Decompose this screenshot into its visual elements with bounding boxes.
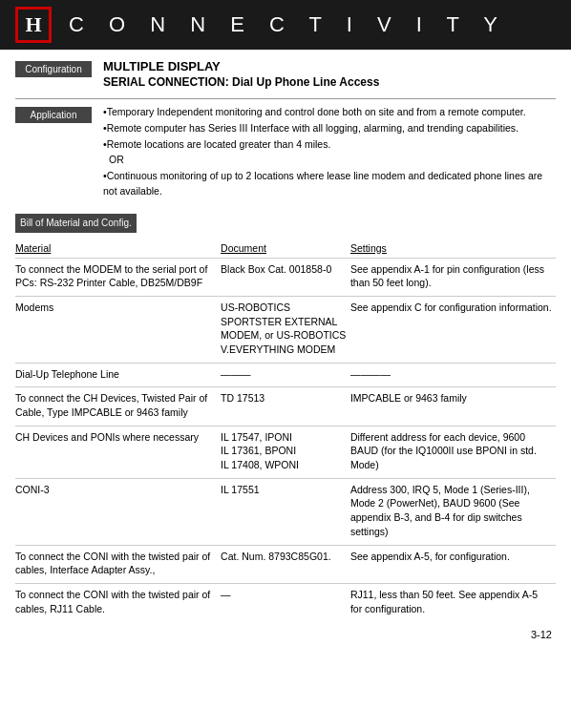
application-text: •Temporary Independent monitoring and co…: [103, 105, 556, 200]
cell-material: CONI-3: [15, 478, 221, 545]
cell-material: CH Devices and PONIs where necessary: [15, 426, 221, 478]
cell-settings: See appendix C for configuration informa…: [350, 296, 556, 363]
cell-settings: Address 300, IRQ 5, Mode 1 (Series-III),…: [350, 478, 556, 545]
col-header-settings: Settings: [350, 240, 556, 259]
cell-material: To connect the CONI with the twisted pai…: [15, 545, 221, 583]
page-header: H C O N N E C T I V I T Y: [0, 0, 571, 50]
table-row: To connect the MODEM to the serial port …: [15, 258, 556, 296]
app-bullet-5: •Continuous monitoring of up to 2 locati…: [103, 169, 556, 199]
col-header-material: Material: [15, 240, 221, 259]
application-section: Application •Temporary Independent monit…: [15, 105, 556, 200]
bom-section: Bill of Material and Config.: [15, 212, 556, 233]
table-row: CONI-3IL 17551Address 300, IRQ 5, Mode 1…: [15, 478, 556, 545]
col-header-document: Document: [221, 240, 350, 259]
cell-material: Dial-Up Telephone Line: [15, 363, 221, 387]
cell-document: —: [221, 583, 350, 621]
config-heading-1: MULTIPLE DISPLAY: [103, 59, 379, 73]
table-row: Dial-Up Telephone Line———————: [15, 363, 556, 387]
app-bullet-2: •Remote computer has Series III Interfac…: [103, 121, 556, 136]
configuration-badge: Configuration: [15, 61, 92, 77]
logo-letter: H: [25, 14, 41, 35]
cell-settings: RJ11, less than 50 feet. See appendix A-…: [350, 583, 556, 621]
table-row: To connect the CONI with the twisted pai…: [15, 545, 556, 583]
page-content: Configuration MULTIPLE DISPLAY SERIAL CO…: [0, 50, 571, 650]
table-row: CH Devices and PONIs where necessaryIL 1…: [15, 426, 556, 478]
cell-document: US-ROBOTICS SPORTSTER EXTERNAL MODEM, or…: [221, 296, 350, 363]
application-badge: Application: [15, 107, 92, 123]
cell-document: IL 17547, IPONI IL 17361, BPONI IL 17408…: [221, 426, 350, 478]
cell-material: To connect the CONI with the twisted pai…: [15, 583, 221, 621]
cell-material: Modems: [15, 296, 221, 363]
configuration-text: MULTIPLE DISPLAY SERIAL CONNECTION: Dial…: [103, 59, 379, 89]
cell-document: IL 17551: [221, 478, 350, 545]
configuration-section: Configuration MULTIPLE DISPLAY SERIAL CO…: [15, 59, 556, 89]
cell-settings: See appendix A-1 for pin configuration (…: [350, 258, 556, 296]
cell-document: Black Box Cat. 001858-0: [221, 258, 350, 296]
cell-material: To connect the MODEM to the serial port …: [15, 258, 221, 296]
config-heading-2: SERIAL CONNECTION: Dial Up Phone Line Ac…: [103, 75, 379, 89]
table-header-row: Material Document Settings: [15, 240, 556, 259]
cell-settings: IMPCABLE or 9463 family: [350, 387, 556, 426]
logo-box: H: [15, 7, 52, 43]
cell-document: TD 17513: [221, 387, 350, 426]
bom-badge: Bill of Material and Config.: [15, 214, 137, 233]
cell-settings: ————: [350, 363, 556, 387]
cell-settings: See appendix A-5, for configuration.: [350, 545, 556, 583]
app-bullet-3: •Remote locations are located greater th…: [103, 137, 556, 153]
divider-1: [15, 98, 556, 99]
table-row: ModemsUS-ROBOTICS SPORTSTER EXTERNAL MOD…: [15, 296, 556, 363]
table-row: To connect the CONI with the twisted pai…: [15, 583, 556, 621]
page-number: 3-12: [15, 629, 556, 640]
cell-document: ———: [221, 363, 350, 387]
header-title: C O N N E C T I V I T Y: [69, 12, 507, 37]
app-bullet-1: •Temporary Independent monitoring and co…: [103, 105, 556, 120]
table-row: To connect the CH Devices, Twisted Pair …: [15, 387, 556, 426]
material-table: Material Document Settings To connect th…: [15, 240, 556, 622]
cell-settings: Different address for each device, 9600 …: [350, 426, 556, 478]
app-bullet-4: OR: [109, 153, 556, 168]
cell-document: Cat. Num. 8793C85G01.: [221, 545, 350, 583]
cell-material: To connect the CH Devices, Twisted Pair …: [15, 387, 221, 426]
